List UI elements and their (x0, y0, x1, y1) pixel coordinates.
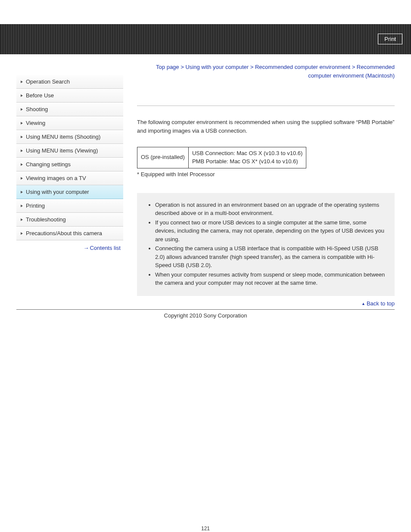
sidebar-item-2[interactable]: Shooting (16, 103, 123, 116)
page-container: Operation SearchBefore UseShootingViewin… (0, 54, 411, 307)
table-footnote: * Equipped with Intel Processor (137, 171, 395, 177)
sidebar-item-11[interactable]: Precautions/About this camera (16, 227, 123, 240)
sidebar-item-7[interactable]: Viewing images on a TV (16, 171, 123, 185)
sidebar-item-6[interactable]: Changing settings (16, 158, 123, 171)
header-banner: Print (0, 24, 411, 54)
table-cell-value: USB Connection: Mac OS X (v10.3 to v10.6… (188, 147, 306, 168)
contents-list-label: Contents list (90, 245, 121, 251)
sidebar-item-0[interactable]: Operation Search (16, 75, 123, 89)
contents-list-link[interactable]: →Contents list (16, 245, 123, 251)
note-item-3: When your computer resumes activity from… (155, 271, 386, 287)
notes-box: Operation is not assured in an environme… (137, 193, 395, 296)
divider (137, 106, 395, 106)
sidebar-item-1[interactable]: Before Use (16, 89, 123, 103)
main-content: Top page > Using with your computer > Re… (137, 63, 395, 307)
sidebar-item-9[interactable]: Printing (16, 199, 123, 213)
table-cell-label: OS (pre-installed) (137, 147, 189, 168)
note-item-1: If you connect two or more USB devices t… (155, 218, 386, 244)
sidebar-item-5[interactable]: Using MENU items (Viewing) (16, 144, 123, 158)
note-item-0: Operation is not assured in an environme… (155, 201, 386, 218)
breadcrumb-link-1[interactable]: Using with your computer (185, 64, 249, 70)
breadcrumb-link-0[interactable]: Top page (156, 64, 179, 70)
breadcrumb-link-2[interactable]: Recommended computer environment (255, 64, 350, 70)
sidebar-item-3[interactable]: Viewing (16, 116, 123, 130)
print-button[interactable]: Print (378, 34, 402, 44)
arrow-right-icon: → (83, 245, 88, 251)
breadcrumb: Top page > Using with your computer > Re… (137, 63, 395, 80)
copyright-text: Copyright 2010 Sony Corporation (16, 309, 395, 319)
back-to-top-link[interactable]: Back to top (137, 300, 395, 307)
sidebar-item-8[interactable]: Using with your computer (16, 185, 123, 199)
sidebar-item-4[interactable]: Using MENU items (Shooting) (16, 130, 123, 144)
note-item-2: Connecting the camera using a USB interf… (155, 244, 386, 270)
requirements-table: OS (pre-installed) USB Connection: Mac O… (137, 147, 306, 168)
sidebar-item-10[interactable]: Troubleshooting (16, 213, 123, 227)
table-row: OS (pre-installed) USB Connection: Mac O… (137, 147, 306, 168)
intro-paragraph: The following computer environment is re… (137, 118, 395, 135)
sidebar-nav: Operation SearchBefore UseShootingViewin… (16, 75, 123, 307)
page-number: 121 (0, 526, 411, 532)
